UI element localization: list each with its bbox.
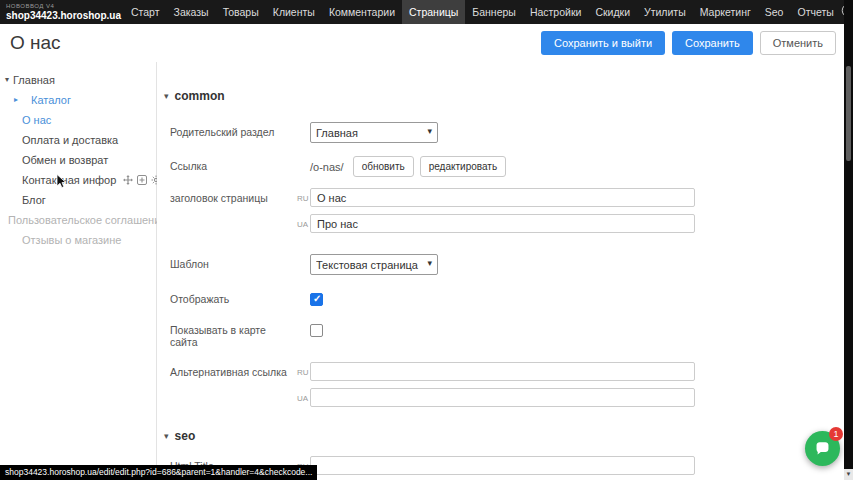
tree-item-label: Отзывы о магазине <box>22 234 121 246</box>
sitemap-checkbox[interactable] <box>310 324 323 337</box>
header-buttons: Сохранить и выйти Сохранить Отменить <box>541 31 836 55</box>
status-url-tooltip: shop34423.horoshop.ua/edit/edit.php?id=6… <box>0 465 317 480</box>
section-common-title: common <box>175 89 225 103</box>
template-label: Шаблон <box>164 254 297 270</box>
chevron-down-icon: ▾ <box>164 431 169 441</box>
tree-item-label: Обмен и возврат <box>22 154 108 166</box>
lang-ua-label: UA <box>297 214 310 229</box>
nav-item-clients[interactable]: Клиенты <box>266 0 322 24</box>
add-page-icon[interactable] <box>137 175 147 185</box>
spacer <box>297 254 310 260</box>
chat-bubble-icon <box>814 440 831 457</box>
logo-version-text: НОВОВВОД V4 <box>6 3 120 9</box>
template-select[interactable]: Текстовая страница <box>310 254 438 275</box>
row-alt-link-ua: UA <box>164 388 844 407</box>
main-nav: Старт Заказы Товары Клиенты Комментарии … <box>124 0 841 24</box>
section-seo[interactable]: ▾ seo <box>164 428 844 444</box>
nav-item-comments[interactable]: Комментарии <box>322 0 402 24</box>
parent-section-label: Родительский раздел <box>164 122 297 138</box>
page-edit-form: ▾ common Родительский раздел Главная Ссы… <box>157 62 844 480</box>
save-and-exit-button[interactable]: Сохранить и выйти <box>541 31 665 55</box>
empty-label <box>164 388 297 392</box>
template-select-wrap: Текстовая страница <box>310 254 438 275</box>
row-display: Отображать <box>164 289 844 306</box>
tree-item-label: Блог <box>22 194 46 206</box>
save-button[interactable]: Сохранить <box>672 31 753 55</box>
row-sitemap: Показывать в карте сайта <box>164 320 844 348</box>
pages-tree-sidebar: ▾ Главная ▸ Каталог О нас Оплата и доста… <box>0 62 157 480</box>
row-template: Шаблон Текстовая страница <box>164 254 844 275</box>
nav-item-seo[interactable]: Seo <box>758 0 791 24</box>
tree-item-blog[interactable]: Блог <box>0 190 156 210</box>
tree-item-catalog[interactable]: ▸ Каталог <box>0 90 156 110</box>
logo[interactable]: НОВОВВОД V4 shop34423.horoshop.ua <box>0 0 120 24</box>
alt-link-ru-input[interactable] <box>310 362 695 381</box>
right-edge-strip: ▼ <box>844 0 853 480</box>
section-common[interactable]: ▾ common <box>164 88 844 104</box>
tree-item-payment-delivery[interactable]: Оплата и доставка <box>0 130 156 150</box>
row-link: Ссылка /o-nas/ обновить редактировать <box>164 156 844 177</box>
link-label: Ссылка <box>164 156 297 172</box>
row-parent-section: Родительский раздел Главная <box>164 122 844 143</box>
nav-item-banners[interactable]: Баннеры <box>465 0 523 24</box>
row-page-title-ua: UA <box>164 214 844 233</box>
scrollbar-down-button[interactable]: ▼ <box>844 469 853 480</box>
tree-item-exchange-return[interactable]: Обмен и возврат <box>0 150 156 170</box>
tree-item-label: Контактная инфор <box>22 174 116 186</box>
page-title: О нас <box>10 32 61 54</box>
spacer <box>297 320 310 326</box>
chat-widget-button[interactable]: 1 <box>805 431 840 466</box>
page-header: О нас Сохранить и выйти Сохранить Отмени… <box>0 24 844 62</box>
nav-item-products[interactable]: Товары <box>216 0 266 24</box>
html-title-ru-input[interactable] <box>310 456 695 475</box>
section-seo-title: seo <box>175 429 196 443</box>
row-page-title-ru: заголовок страницы RU <box>164 188 844 207</box>
parent-section-select[interactable]: Главная <box>310 122 438 143</box>
nav-item-orders[interactable]: Заказы <box>167 0 216 24</box>
tree-item-home[interactable]: ▾ Главная <box>0 70 156 90</box>
chat-unread-badge: 1 <box>829 427 843 441</box>
logo-domain-text: shop34423.horoshop.ua <box>6 11 120 21</box>
page-title-label: заголовок страницы <box>164 188 297 204</box>
nav-item-settings[interactable]: Настройки <box>523 0 589 24</box>
drag-move-icon[interactable] <box>123 175 133 185</box>
link-edit-button[interactable]: редактировать <box>420 156 506 177</box>
tree-item-label: Каталог <box>22 94 71 106</box>
page-title-ua-input[interactable] <box>310 214 695 233</box>
tree-item-store-reviews[interactable]: Отзывы о магазине <box>0 230 156 250</box>
link-value: /o-nas/ <box>310 156 344 173</box>
alt-link-ua-input[interactable] <box>310 388 695 407</box>
cancel-button[interactable]: Отменить <box>760 31 836 55</box>
tree-item-about-selected[interactable]: О нас <box>0 110 156 130</box>
tree-item-label: О нас <box>22 114 51 126</box>
nav-item-reports[interactable]: Отчеты <box>790 0 840 24</box>
chevron-down-icon[interactable]: ▾ <box>5 75 9 84</box>
tree-item-user-agreement[interactable]: Пользовательское соглашение <box>0 210 156 230</box>
nav-item-pages[interactable]: Страницы <box>402 0 465 24</box>
chevron-right-icon[interactable]: ▸ <box>14 95 18 104</box>
lang-ru-label: RU <box>297 188 310 203</box>
nav-item-start[interactable]: Старт <box>124 0 167 24</box>
nav-item-marketing[interactable]: Маркетинг <box>693 0 758 24</box>
parent-section-select-wrap: Главная <box>310 122 438 143</box>
nav-item-discounts[interactable]: Скидки <box>588 0 637 24</box>
scrollbar-thumb[interactable] <box>846 66 851 161</box>
tree-item-contact-info[interactable]: Контактная инфор <box>0 170 156 190</box>
spacer <box>297 156 310 162</box>
display-label: Отображать <box>164 289 297 305</box>
spacer <box>297 289 310 295</box>
sitemap-label: Показывать в карте сайта <box>164 320 297 348</box>
chevron-down-icon: ▾ <box>164 91 169 101</box>
tree-item-label: Пользовательское соглашение <box>8 214 166 226</box>
row-alt-link-ru: Альтернативная ссылка RU <box>164 362 844 381</box>
lang-ru-label: RU <box>297 362 310 377</box>
topbar: НОВОВВОД V4 shop34423.horoshop.ua Старт … <box>0 0 853 24</box>
spacer <box>297 122 310 128</box>
tree-item-label: Оплата и доставка <box>22 134 118 146</box>
link-update-button[interactable]: обновить <box>353 156 414 177</box>
page-title-ru-input[interactable] <box>310 188 695 207</box>
display-checkbox[interactable] <box>310 293 323 306</box>
alt-link-label: Альтернативная ссылка <box>164 362 297 378</box>
tree-item-label: Главная <box>13 74 55 86</box>
nav-item-utilities[interactable]: Утилиты <box>637 0 693 24</box>
